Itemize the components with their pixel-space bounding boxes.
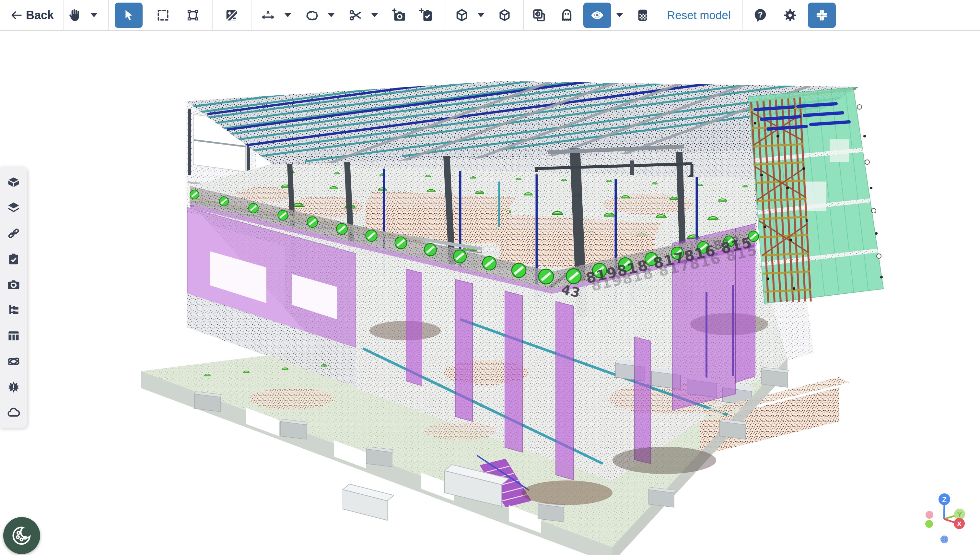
cube-icon (454, 8, 469, 23)
sidebar-item-links[interactable] (3, 223, 24, 244)
back-label: Back (26, 8, 54, 22)
cookie-consent-button[interactable] (3, 517, 40, 554)
sidebar-item-model[interactable] (3, 172, 24, 192)
burst-alert-icon (6, 380, 21, 394)
axis-neg-x[interactable] (926, 511, 934, 519)
clipboard-check-plus-icon (419, 8, 434, 23)
box-3d-icon (6, 175, 21, 189)
move-axis-dropdown-caret[interactable] (285, 13, 291, 17)
tree-folders-icon (6, 303, 21, 318)
transform-tool[interactable] (181, 3, 204, 28)
app-window: Back (0, 0, 980, 555)
toolbar-separator (108, 0, 109, 30)
right-facade (749, 88, 884, 303)
dither-icon (635, 8, 650, 23)
help-glyph: ? (758, 10, 762, 19)
pan-tool[interactable] (64, 3, 86, 28)
move-x-icon: x (261, 8, 275, 23)
model-view-tool[interactable] (450, 3, 473, 28)
toolbar-separator (212, 0, 213, 30)
axis-z-label: Z (942, 496, 946, 504)
link-icon (6, 226, 21, 241)
visibility-dropdown-caret[interactable] (617, 13, 623, 17)
back-arrow-icon (10, 9, 23, 22)
sidebar-item-layers[interactable] (3, 197, 24, 218)
toolbar-separator (445, 0, 445, 30)
axis-neg-y[interactable] (925, 520, 933, 528)
collapse-icon (814, 8, 829, 23)
add-task-tool[interactable] (415, 3, 437, 28)
model-viewport-canvas[interactable]: 43 819818 817816 815 819818 817816 815 8… (0, 31, 980, 555)
axis-y-label: Y (957, 510, 962, 518)
sidebar-item-hierarchy[interactable] (3, 300, 24, 321)
transform-icon (186, 8, 200, 23)
sidebar-item-tables[interactable] (3, 326, 24, 346)
select-tool[interactable] (115, 3, 143, 28)
sidebar-item-tasks[interactable] (3, 249, 24, 269)
sidebar-item-cloud[interactable] (3, 402, 24, 423)
help-icon: ? (753, 8, 768, 23)
lasso-dropdown-caret[interactable] (328, 13, 335, 17)
axis-neg-z[interactable] (940, 536, 948, 543)
layers-icon (6, 201, 21, 215)
toolbar-separator (523, 0, 524, 30)
model-viewport[interactable]: 43 819818 817816 815 819818 817816 815 8… (0, 31, 980, 555)
move-x-letter: x (266, 8, 270, 15)
section-cut-tool[interactable] (344, 3, 367, 28)
toolbar-separator (743, 0, 743, 30)
toolbar-separator (251, 0, 251, 30)
orbit-sphere-icon (6, 354, 21, 369)
scissors-icon (348, 8, 363, 23)
back-button[interactable]: Back (10, 8, 54, 22)
camera-plus-icon (391, 8, 407, 23)
sidebar-item-orbit[interactable] (3, 351, 24, 372)
collapse-view-button[interactable] (808, 3, 836, 28)
cursor-icon (121, 8, 136, 23)
marquee-select-tool[interactable] (152, 3, 175, 28)
layered-images-icon (532, 8, 546, 23)
help-button[interactable]: ? (749, 3, 772, 28)
top-toolbar: Back (0, 0, 980, 31)
lasso-region-tool[interactable] (301, 3, 323, 28)
gear-icon (783, 8, 797, 23)
cookie-icon (11, 525, 32, 546)
clipboard-check-icon (6, 252, 21, 266)
ghost-icon (559, 8, 574, 23)
gallery-overlay-tool[interactable] (528, 3, 550, 28)
settings-button[interactable] (779, 3, 801, 28)
move-axis-tool[interactable]: x (257, 3, 279, 28)
model-view-dropdown-caret[interactable] (478, 13, 484, 17)
ghost-mode-tool[interactable] (556, 3, 578, 28)
exposure-adjust-tool[interactable] (220, 3, 243, 28)
model-outline-tool[interactable] (493, 3, 516, 28)
eye-icon (590, 8, 605, 23)
section-dropdown-caret[interactable] (372, 13, 378, 17)
reset-model-link[interactable]: Reset model (667, 9, 730, 22)
lasso-blob-icon (304, 8, 320, 23)
marquee-icon (155, 8, 170, 23)
hand-icon (67, 8, 82, 23)
exposure-icon (224, 8, 239, 23)
axis-x-label: X (957, 520, 962, 528)
camera-icon (6, 278, 21, 292)
left-sidebar (0, 167, 27, 428)
cloud-icon (6, 406, 21, 420)
sidebar-item-photos[interactable] (3, 274, 24, 295)
table-columns-icon (6, 329, 21, 343)
snapshot-tool[interactable] (388, 3, 410, 28)
sidebar-item-issues[interactable] (3, 377, 24, 398)
pan-dropdown-caret[interactable] (91, 13, 97, 17)
axis-gizmo[interactable]: Y X Z (914, 486, 980, 555)
point-density-tool[interactable] (631, 3, 654, 28)
cube-outline-icon (497, 8, 512, 23)
visibility-tool[interactable] (583, 3, 611, 28)
